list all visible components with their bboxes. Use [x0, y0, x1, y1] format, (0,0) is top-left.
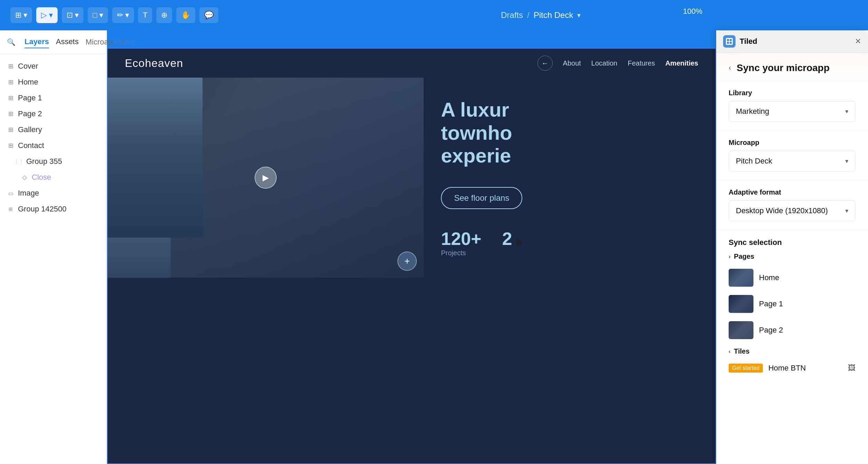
- tiles-collapse-header[interactable]: ‹ Tiles: [729, 343, 856, 359]
- hero-title-line2: townho: [441, 121, 698, 145]
- page-item-home[interactable]: Home: [729, 265, 856, 291]
- hero-title: A luxur townho experie: [441, 98, 698, 167]
- toolbar-left: ⊞ ▾ ▷ ▾ ⊡ ▾ □ ▾ ✏ ▾ T ⊕ ✋ 💬: [10, 7, 218, 23]
- tab-layers[interactable]: Layers: [24, 36, 49, 48]
- grid-icon: ⊞: [7, 62, 14, 70]
- layer-item-group142500[interactable]: ⊞ Group 142500: [0, 201, 107, 217]
- tiled-icon-inner: [726, 38, 733, 45]
- page-name-page1: Page 1: [759, 299, 783, 308]
- tab-assets[interactable]: Assets: [56, 36, 79, 48]
- search-icon[interactable]: 🔍: [7, 38, 16, 46]
- nav-link-about: About: [563, 59, 581, 67]
- pages-expand-header[interactable]: › Pages: [729, 248, 856, 265]
- library-label: Library: [729, 89, 856, 97]
- layer-label-contact: Contact: [18, 141, 44, 150]
- tile-name: Home BTN: [768, 364, 806, 373]
- left-sidebar: 🔍 Layers Assets Microap... ▾ ⊞ Cover ⊞ H…: [0, 30, 107, 464]
- tiles-collapse-icon: ‹: [729, 348, 730, 355]
- frame-tool-button[interactable]: ⊡ ▾: [62, 7, 83, 23]
- canvas-area: Home Ecoheaven ← About Location Features…: [107, 30, 716, 464]
- canvas-frame-label: Home: [114, 37, 136, 47]
- hero-content: A luxur townho experie See floor plans 1…: [424, 78, 716, 278]
- breadcrumb-drafts[interactable]: Drafts: [501, 10, 523, 20]
- page-name-page2: Page 2: [759, 326, 783, 335]
- website-hero: ▶ + A luxur townho experie See floor pla…: [108, 78, 716, 278]
- layer-item-page2[interactable]: ⊞ Page 2: [0, 106, 107, 122]
- library-section: Library Marketing ▾: [716, 81, 868, 130]
- layer-item-group355[interactable]: ⋮⋮ Group 355: [0, 154, 107, 169]
- library-value: Marketing: [736, 107, 769, 116]
- canvas-frame: Ecoheaven ← About Location Features Amen…: [107, 48, 716, 464]
- panel-close-button[interactable]: ✕: [855, 37, 861, 46]
- layer-item-page1[interactable]: ⊞ Page 1: [0, 90, 107, 106]
- component-tool-button[interactable]: ⊕: [156, 7, 172, 23]
- grid-icon: ⊞: [7, 142, 14, 149]
- panel-title: Sync your microapp: [737, 62, 829, 73]
- nav-back-button[interactable]: ←: [537, 56, 553, 71]
- adaptive-format-dropdown[interactable]: Desktop Wide (1920x1080) ▾: [729, 200, 856, 221]
- cursor-tool-button[interactable]: ▷ ▾: [36, 7, 58, 23]
- layer-label-page1: Page 1: [18, 93, 42, 102]
- cta-button[interactable]: See floor plans: [441, 187, 522, 209]
- website-nav-links: ← About Location Features Amenities: [537, 56, 698, 71]
- adaptive-format-label: Adaptive format: [729, 188, 856, 196]
- panel-back-button[interactable]: ‹: [729, 63, 731, 72]
- grid-icon: ⊞: [7, 94, 14, 102]
- hero-title-line1: A luxur: [441, 98, 698, 121]
- layer-item-close[interactable]: ◇ Close: [0, 169, 107, 185]
- layer-label-gallery: Gallery: [18, 125, 42, 134]
- hero-title-line3: experie: [441, 144, 698, 167]
- zoom-indicator: 100%: [683, 7, 702, 16]
- grid-icon: ⊞: [7, 78, 14, 86]
- library-dropdown-arrow: ▾: [845, 108, 848, 115]
- tile-item-home-btn[interactable]: Get started Home BTN 🖼: [729, 359, 856, 377]
- sync-selection-label: Sync selection: [729, 238, 856, 247]
- layer-item-cover[interactable]: ⊞ Cover: [0, 58, 107, 74]
- adaptive-format-value: Desktop Wide (1920x1080): [736, 206, 828, 215]
- hand-tool-button[interactable]: ✋: [176, 7, 195, 23]
- layer-item-gallery[interactable]: ⊞ Gallery: [0, 122, 107, 138]
- layer-label-page2: Page 2: [18, 109, 42, 118]
- library-dropdown[interactable]: Marketing ▾: [729, 101, 856, 122]
- microapp-label: Microapp: [729, 139, 856, 147]
- shape-tool-button[interactable]: □ ▾: [88, 7, 108, 23]
- breadcrumb-dropdown-icon[interactable]: ▾: [577, 11, 581, 19]
- tiled-app-icon: [723, 35, 736, 48]
- layer-label-close: Close: [32, 173, 51, 182]
- comment-tool-button[interactable]: 💬: [199, 7, 218, 23]
- tiles-label: Tiles: [734, 347, 749, 355]
- website-logo: Ecoheaven: [125, 57, 183, 70]
- pen-tool-button[interactable]: ✏ ▾: [112, 7, 134, 23]
- grid-icon: ⊞: [7, 126, 14, 134]
- toolbar: ⊞ ▾ ▷ ▾ ⊡ ▾ □ ▾ ✏ ▾ T ⊕ ✋ 💬 Drafts / Pit…: [0, 0, 868, 30]
- stat-projects-label: Projects: [441, 249, 481, 257]
- main-area: 🔍 Layers Assets Microap... ▾ ⊞ Cover ⊞ H…: [0, 30, 868, 464]
- page-item-page2[interactable]: Page 2: [729, 317, 856, 343]
- microapp-dropdown[interactable]: Pitch Deck ▾: [729, 151, 856, 171]
- page-item-page1[interactable]: Page 1: [729, 291, 856, 317]
- breadcrumb-separator: /: [527, 10, 530, 20]
- adaptive-format-section: Adaptive format Desktop Wide (1920x1080)…: [716, 180, 868, 230]
- grid-small-icon: ⊞: [7, 206, 14, 212]
- pages-collapse-icon: ›: [729, 254, 730, 260]
- stats-row: 120+ Projects 2: [441, 228, 698, 257]
- pages-list: Home Page 1 Page 2: [729, 265, 856, 343]
- select-tool-button[interactable]: ⊞ ▾: [10, 7, 32, 23]
- layer-item-contact[interactable]: ⊞ Contact: [0, 138, 107, 154]
- microapp-section: Microapp Pitch Deck ▾: [716, 130, 868, 180]
- tile-item-left: Get started Home BTN: [729, 364, 806, 373]
- toolbar-center: Drafts / Pitch Deck ▾: [224, 10, 858, 20]
- tile-image-icon: 🖼: [848, 364, 856, 373]
- layer-label-image: Image: [18, 189, 39, 198]
- panel-app-name: Tiled: [740, 37, 757, 46]
- layer-item-home[interactable]: ⊞ Home: [0, 74, 107, 90]
- layer-label-home: Home: [18, 78, 38, 87]
- nav-link-location: Location: [591, 59, 618, 67]
- play-button[interactable]: ▶: [255, 167, 277, 189]
- add-button[interactable]: +: [397, 251, 417, 271]
- text-tool-button[interactable]: T: [138, 7, 152, 23]
- panel-window-bar: Tiled ✕: [716, 30, 868, 53]
- layer-item-image[interactable]: ▭ Image: [0, 185, 107, 201]
- sidebar-tabs: 🔍 Layers Assets Microap... ▾: [0, 30, 107, 54]
- breadcrumb-current[interactable]: Pitch Deck: [534, 10, 573, 20]
